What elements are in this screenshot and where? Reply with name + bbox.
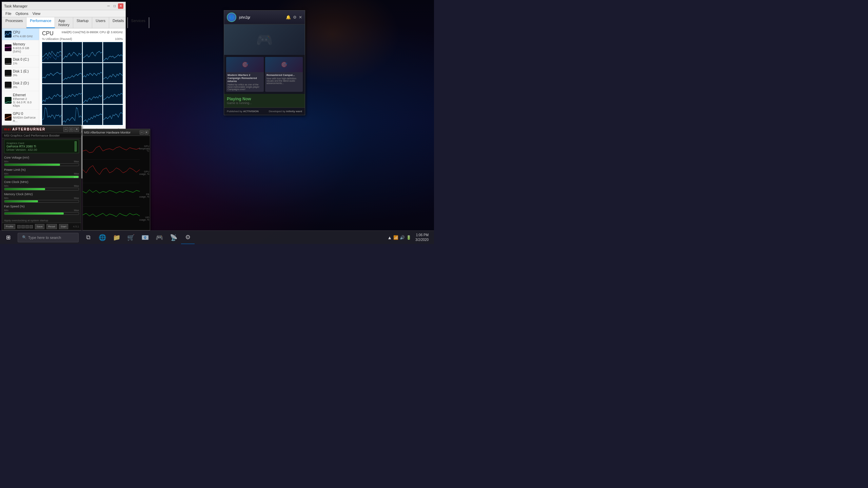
profile-slot-2[interactable]	[21, 225, 25, 228]
minimize-button[interactable]: ─	[106, 3, 111, 9]
save-button[interactable]: Save	[35, 224, 44, 229]
power-limit-track[interactable]: 100	[4, 176, 79, 178]
start-button[interactable]: Start	[59, 224, 68, 229]
gpu-indicator	[75, 141, 77, 151]
profile-slot-1[interactable]	[17, 225, 21, 228]
taskbar-search-bar[interactable]: 🔍 Type here to search	[18, 233, 79, 242]
tab-startup[interactable]: Startup	[73, 17, 92, 28]
file-menu[interactable]: File	[3, 11, 14, 16]
hw-monitor-title: MSI Afterburner Hardware Monitor	[84, 131, 131, 134]
pinned-app-3[interactable]: 📡	[167, 231, 180, 244]
reset-button[interactable]: Reset	[46, 224, 57, 229]
core-voltage-track[interactable]	[4, 163, 79, 166]
steam-settings-icon[interactable]: ⚙	[293, 15, 297, 20]
tab-services[interactable]: Services	[128, 17, 149, 28]
sidebar-item-disk1[interactable]: Disk 1 (E:) 0%	[2, 67, 39, 79]
disk1-label: Disk 1 (E:)	[13, 69, 29, 74]
pinned-app-2[interactable]: 🎮	[153, 231, 166, 244]
steam-hero-overlay: 🎮	[224, 24, 305, 55]
core-voltage-fill	[4, 164, 60, 166]
profile-slot-3[interactable]	[25, 225, 29, 228]
maximize-button[interactable]: □	[112, 3, 117, 9]
steam-card-remastered[interactable]: 🎯 Remastered Campai... Now with true hig…	[265, 57, 303, 92]
cpu-core-graph-14	[62, 105, 82, 125]
core-clock-track[interactable]	[4, 188, 79, 190]
options-menu[interactable]: Options	[14, 11, 31, 16]
fan-speed-track[interactable]	[4, 212, 79, 215]
game-thumbnail-icon: 🎮	[256, 32, 273, 48]
ab-maximize[interactable]: □	[69, 127, 74, 132]
steam-card-mw2[interactable]: 🎯 Modern Warfare 2 Campaign Remastered r…	[226, 57, 264, 92]
network-icon[interactable]: 📶	[393, 235, 398, 240]
battery-icon[interactable]: 🔋	[406, 235, 411, 240]
ethernet-sidebar-text: Ethernet Ethernet 2 S: 64.0 R: 8.0 Kbps	[13, 93, 36, 107]
memory-sidebar-text: Memory 8.6/15.9 GB (54%)	[13, 42, 36, 53]
tab-details[interactable]: Details	[109, 17, 128, 28]
memory-mini-graph	[5, 44, 12, 51]
start-button[interactable]: ⊞	[0, 231, 16, 244]
edge-icon[interactable]: 🌐	[96, 231, 109, 244]
steam-close-icon[interactable]: ✕	[299, 15, 302, 20]
tab-app-history[interactable]: App history	[55, 17, 73, 28]
core-clock-label: Core Clock (MHz)	[4, 180, 79, 184]
ab-minimize[interactable]: ─	[63, 127, 68, 132]
ab-close[interactable]: ✕	[74, 127, 79, 132]
task-manager-taskbar-icon[interactable]: ⚙	[181, 231, 195, 244]
sidebar-item-disk2[interactable]: Disk 2 (D:) 0%	[2, 79, 39, 91]
ethernet-name: Ethernet 2	[13, 97, 36, 101]
hw-monitor-controls: ─ ✕	[140, 130, 149, 135]
hw-minimize[interactable]: ─	[140, 130, 144, 135]
hw-close[interactable]: ✕	[144, 130, 149, 135]
disk1-usage: 0%	[13, 74, 29, 77]
clock-date: 3/2/2020	[415, 238, 429, 242]
system-clock[interactable]: 1:06 PM 3/2/2020	[413, 233, 431, 242]
file-explorer-icon[interactable]: 📁	[110, 231, 123, 244]
power-limit-fill	[4, 176, 79, 178]
disk2-usage: 0%	[13, 85, 29, 89]
disk2-sidebar-text: Disk 2 (D:) 0%	[13, 81, 29, 89]
profile-slot-4[interactable]	[29, 225, 33, 228]
remastered-card-icon: 🎯	[281, 61, 288, 68]
sidebar-item-disk0[interactable]: Disk 0 (C:) 1%	[2, 56, 39, 67]
sidebar-item-cpu[interactable]: CPU 47% 4.68 GHz	[2, 28, 39, 40]
close-button[interactable]: ✕	[118, 3, 123, 9]
task-view-button[interactable]: ⧉	[81, 231, 95, 244]
hw-monitor-titlebar: MSI Afterburner Hardware Monitor ─ ✕	[83, 129, 150, 136]
sidebar-item-memory[interactable]: Memory 8.6/15.9 GB (54%)	[2, 40, 39, 56]
volume-icon[interactable]: 🔊	[400, 235, 405, 240]
memory-clock-track[interactable]	[4, 200, 79, 203]
graph-label: % Utilization (Paused) 100%	[39, 37, 125, 41]
mw2-desc: Hailed by critics as one of the most mem…	[228, 83, 262, 90]
ethernet-mini-graph	[5, 97, 12, 104]
taskbar: ⊞ 🔍 Type here to search ⧉ 🌐 📁 🛒 📧 🎮 📡 ⚙ …	[0, 230, 434, 244]
tab-users[interactable]: Users	[92, 17, 109, 28]
hw-graph-labels: GPU temperature, °C GPU usage, % FB usag…	[139, 136, 149, 230]
search-icon: 🔍	[22, 235, 27, 240]
steam-playing-info: Playing Now Game is running...	[227, 97, 252, 105]
pinned-app-1[interactable]: 📧	[138, 231, 152, 244]
steam-hero-image: 🎮	[224, 24, 305, 55]
cpu-core-graph-10	[62, 84, 82, 104]
cpu-core-graph-1	[42, 42, 62, 62]
game-running-status: Game is running...	[227, 101, 252, 105]
tab-processes[interactable]: Processes	[2, 17, 26, 28]
sidebar-item-ethernet[interactable]: Ethernet Ethernet 2 S: 64.0 R: 8.0 Kbps	[2, 91, 39, 110]
remastered-desc: Now with true high-definition visuals an…	[267, 77, 301, 84]
hw-label-vid-usage: VID usage, %	[139, 216, 149, 221]
cpu-core-graph-2	[62, 42, 82, 62]
ethernet-speed: S: 64.0 R: 8.0 Kbps	[13, 101, 36, 107]
view-menu[interactable]: View	[31, 11, 43, 16]
cpu-core-graph-12	[103, 84, 123, 104]
tab-performance[interactable]: Performance	[26, 17, 55, 28]
hw-graph-display: GPU temperature, °C GPU usage, % FB usag…	[83, 136, 150, 230]
fan-speed-slider: Fan Speed (%) MinMax	[4, 205, 79, 215]
disk0-sidebar-text: Disk 0 (C:) 1%	[13, 58, 29, 65]
sidebar-item-gpu[interactable]: GPU 0 NVIDIA GeForce R...	[2, 110, 39, 125]
steam-header-actions: 🔔 ⚙ ✕	[286, 15, 302, 20]
cpu-graphs	[39, 41, 125, 126]
cpu-core-graph-6	[62, 63, 82, 83]
store-icon[interactable]: 🛒	[124, 231, 138, 244]
steam-bell-icon[interactable]: 🔔	[286, 15, 291, 20]
core-voltage-minmax: MinMax	[4, 160, 79, 163]
profile-button[interactable]: Profile	[4, 224, 15, 229]
